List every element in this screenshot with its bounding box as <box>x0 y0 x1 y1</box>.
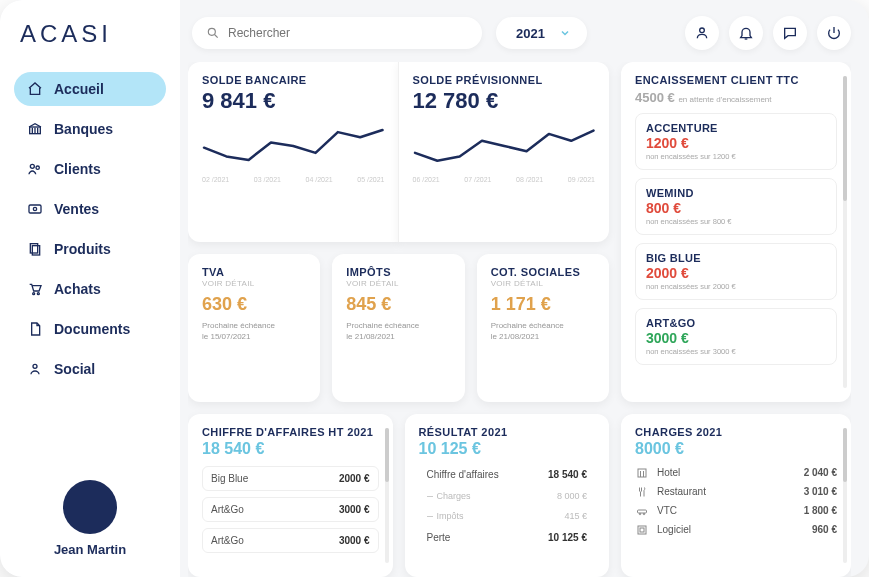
amount: 1 171 € <box>491 294 595 315</box>
cart-icon <box>26 280 44 298</box>
dashboard-grid: SOLDE BANCAIRE 9 841 € 02 /202103 /20210… <box>188 62 851 577</box>
sidebar-item-label: Social <box>54 361 95 377</box>
tax-row: TVA VOIR DÉTAIL 630 € Prochaine échéance… <box>188 254 609 401</box>
row-label: Art&Go <box>211 535 244 546</box>
svg-point-13 <box>208 28 215 35</box>
sidebar-item-label: Ventes <box>54 201 99 217</box>
card-solde-previsionnel: SOLDE PRÉVISIONNEL 12 780 € 06 /202107 /… <box>398 62 610 242</box>
svg-point-5 <box>36 166 39 169</box>
row-label: Charges <box>437 491 471 501</box>
svg-rect-22 <box>638 526 646 534</box>
row-value: 3000 € <box>339 535 370 546</box>
table-row[interactable]: Art&Go3000 € <box>202 528 379 553</box>
table-row[interactable]: Art&Go3000 € <box>202 497 379 522</box>
resultat-table: Chiffre d'affaires18 540 €Charges8 000 €… <box>419 466 596 546</box>
amount: 630 € <box>202 294 306 315</box>
card-solde-bancaire: SOLDE BANCAIRE 9 841 € 02 /202103 /20210… <box>188 62 399 242</box>
chat-button[interactable] <box>773 16 807 50</box>
row-value: 3 010 € <box>804 486 837 497</box>
card-encaissement: ENCAISSEMENT CLIENT TTC 4500 € en attent… <box>621 62 851 402</box>
table-row: Perte10 125 € <box>419 529 596 546</box>
table-row: Chiffre d'affaires18 540 € <box>419 466 596 483</box>
card-impots[interactable]: IMPÔTS VOIR DÉTAIL 845 € Prochaine échéa… <box>332 254 464 401</box>
client-item[interactable]: WEMIND800 €non encaissées sur 800 € <box>635 178 837 235</box>
card-tva[interactable]: TVA VOIR DÉTAIL 630 € Prochaine échéance… <box>188 254 320 401</box>
note: Prochaine échéancele 15/07/2021 <box>202 321 306 342</box>
detail-link[interactable]: VOIR DÉTAIL <box>202 279 306 288</box>
document-icon <box>26 320 44 338</box>
sidebar-item-social[interactable]: Social <box>14 352 166 386</box>
client-name: ART&GO <box>646 317 826 329</box>
amount: 8000 € <box>635 440 837 458</box>
topbar: 2021 <box>188 16 851 50</box>
client-item[interactable]: BIG BLUE2000 €non encaissées sur 2000 € <box>635 243 837 300</box>
year-picker[interactable]: 2021 <box>496 17 587 49</box>
sidebar-item-clients[interactable]: Clients <box>14 152 166 186</box>
card-title: SOLDE PRÉVISIONNEL <box>413 74 596 86</box>
svg-point-10 <box>33 293 35 295</box>
brand-logo: ACASI <box>14 20 166 48</box>
sidebar-item-produits[interactable]: Produits <box>14 232 166 266</box>
table-row: Hotel2 040 € <box>635 466 837 480</box>
svg-point-4 <box>30 164 34 168</box>
client-sub: non encaissées sur 2000 € <box>646 282 826 291</box>
power-button[interactable] <box>817 16 851 50</box>
vtc-icon <box>635 504 649 518</box>
table-row[interactable]: Big Blue2000 € <box>202 466 379 491</box>
card-title: CHARGES 2021 <box>635 426 837 438</box>
sidebar-item-achats[interactable]: Achats <box>14 272 166 306</box>
sidebar: ACASI AccueilBanquesClientsVentesProduit… <box>0 0 180 577</box>
client-amount: 1200 € <box>646 135 826 151</box>
top-icons <box>685 16 851 50</box>
scrollbar[interactable] <box>843 76 847 388</box>
scrollbar[interactable] <box>385 428 389 563</box>
row-label: Restaurant <box>657 486 796 497</box>
bank-amount: 9 841 € <box>202 88 385 114</box>
x-tick: 05 /2021 <box>357 176 384 183</box>
avatar[interactable] <box>63 480 117 534</box>
forecast-amount: 12 780 € <box>413 88 596 114</box>
user-block: Jean Martin <box>14 480 166 563</box>
clients-icon <box>26 160 44 178</box>
xlabels-bank: 02 /202103 /202104 /202105 /2021 <box>202 176 385 183</box>
client-sub: non encaissées sur 1200 € <box>646 152 826 161</box>
client-item[interactable]: ART&GO3000 €non encaissées sur 3000 € <box>635 308 837 365</box>
row-value: 10 125 € <box>548 532 587 543</box>
sidebar-item-accueil[interactable]: Accueil <box>14 72 166 106</box>
user-name: Jean Martin <box>54 542 126 557</box>
client-item[interactable]: ACCENTURE1200 €non encaissées sur 1200 € <box>635 113 837 170</box>
amount: 845 € <box>346 294 450 315</box>
sidebar-item-label: Achats <box>54 281 101 297</box>
user-button[interactable] <box>685 16 719 50</box>
client-name: BIG BLUE <box>646 252 826 264</box>
table-row: Restaurant3 010 € <box>635 485 837 499</box>
row-label: VTC <box>657 505 796 516</box>
table-row: Logiciel960 € <box>635 523 837 537</box>
main: 2021 SOLDE BANCAIRE 9 841 € 02 /202103 /… <box>180 0 869 577</box>
row-value: 3000 € <box>339 504 370 515</box>
chevron-down-icon <box>559 27 571 39</box>
detail-link[interactable]: VOIR DÉTAIL <box>346 279 450 288</box>
detail-link[interactable]: VOIR DÉTAIL <box>491 279 595 288</box>
client-sub: non encaissées sur 800 € <box>646 217 826 226</box>
app-window: ACASI AccueilBanquesClientsVentesProduit… <box>0 0 869 577</box>
card-title: IMPÔTS <box>346 266 450 278</box>
scrollbar[interactable] <box>843 428 847 563</box>
row-label: Chiffre d'affaires <box>427 469 499 480</box>
sidebar-item-banques[interactable]: Banques <box>14 112 166 146</box>
svg-rect-6 <box>29 205 41 213</box>
card-cot-sociales[interactable]: COT. SOCIALES VOIR DÉTAIL 1 171 € Procha… <box>477 254 609 401</box>
card-title: RÉSULTAT 2021 <box>419 426 596 438</box>
note: Prochaine échéancele 21/08/2021 <box>346 321 450 342</box>
card-charges: CHARGES 2021 8000 € Hotel2 040 €Restaura… <box>621 414 851 577</box>
amount: 10 125 € <box>419 440 596 458</box>
search-input[interactable] <box>228 26 468 40</box>
sidebar-item-documents[interactable]: Documents <box>14 312 166 346</box>
search-box[interactable] <box>192 17 482 49</box>
encaissement-total-amount: 4500 € <box>635 90 675 105</box>
bell-button[interactable] <box>729 16 763 50</box>
svg-point-15 <box>700 28 705 33</box>
sidebar-item-ventes[interactable]: Ventes <box>14 192 166 226</box>
card-title: TVA <box>202 266 306 278</box>
svg-point-20 <box>639 513 641 515</box>
